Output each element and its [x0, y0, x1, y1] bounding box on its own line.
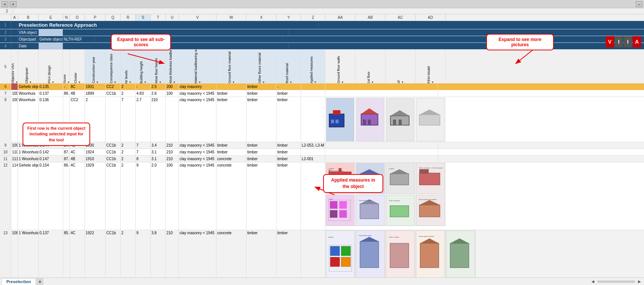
col-header-a[interactable]: A: [11, 14, 18, 21]
col-y-header: Roof material: [285, 62, 289, 83]
svg-text:Timber flat floor plans: Timber flat floor plans: [359, 200, 372, 202]
col-aa-header: Ground floor walls: [337, 55, 340, 83]
col-header-x[interactable]: X: [246, 14, 277, 21]
svg-text:Timber roof system t = 35.0 mm: Timber roof system t = 35.0 mm (equivale…: [419, 167, 443, 169]
svg-rect-35: [339, 210, 347, 218]
svg-rect-6: [363, 120, 366, 125]
svg-marker-22: [360, 169, 379, 174]
viia-object-row: 2 VIIA object: [0, 29, 644, 36]
col-header-q[interactable]: Q: [106, 14, 121, 21]
svg-text:Legend:: Legend:: [389, 168, 394, 170]
add-col-right-button[interactable]: +: [10, 1, 17, 7]
svg-rect-19: [329, 170, 330, 171]
col-header-p[interactable]: P: [85, 14, 106, 21]
row13-img2: Timber flat floor plans: [355, 230, 385, 277]
col-header-b[interactable]: B: [18, 14, 39, 21]
data-row-7: 7 1004A Woonhuis 0.137 88.1% 4B 1899 CC1…: [0, 90, 644, 97]
col-b-header: Objectpart: [25, 67, 29, 83]
row8-img3: [385, 97, 416, 142]
col-header-o[interactable]: O: [70, 14, 85, 21]
svg-rect-2: [331, 120, 334, 123]
svg-marker-52: [360, 237, 379, 241]
add-col-left-button[interactable]: +: [2, 1, 8, 7]
col-ac-header: of: [397, 80, 401, 83]
svg-text:Legend:: Legend:: [328, 236, 333, 238]
col-r-header: Nr levels: [124, 70, 128, 83]
svg-text:Legend:: Legend:: [329, 168, 334, 170]
col-header-ab[interactable]: AB: [355, 14, 385, 21]
row12-img1: Legend: Masonry (24x) < 200 mm: [325, 162, 355, 194]
svg-rect-7: [368, 120, 371, 125]
col-t-header: Most floor height: [154, 58, 158, 83]
add-sheet-button[interactable]: +: [36, 278, 43, 285]
col-header-ad[interactable]: AD: [416, 14, 446, 21]
row13-img5: [446, 230, 476, 277]
col-ab-header: 1st floor: [367, 71, 370, 83]
col-x-header: Other floors material: [258, 52, 262, 83]
col-z-header: Applied measures: [310, 56, 313, 83]
svg-rect-48: [330, 257, 340, 267]
svg-rect-49: [341, 257, 351, 267]
col-header-t[interactable]: T: [151, 14, 166, 21]
col-header-u[interactable]: U: [166, 14, 179, 21]
svg-marker-26: [390, 169, 409, 174]
data-row-12: 12 1142A Gehele object 0.154 86.4% 4C 19…: [0, 162, 644, 230]
svg-marker-43: [419, 200, 440, 205]
row12-img2: [355, 162, 385, 194]
sheet-tab[interactable]: Preselection: [2, 278, 36, 285]
col-header-n[interactable]: N: [63, 14, 70, 21]
col-header-s[interactable]: S: [136, 14, 151, 21]
row8-img1: [325, 97, 355, 142]
svg-marker-60: [450, 238, 469, 243]
svg-marker-57: [420, 238, 439, 243]
col-ad-header: FEM Model: [427, 65, 431, 83]
svg-rect-15: [332, 176, 336, 182]
col-header-z[interactable]: Z: [301, 14, 325, 21]
col-header-w[interactable]: W: [216, 14, 246, 21]
viia-value[interactable]: [39, 29, 63, 36]
svg-rect-42: [419, 205, 440, 217]
row8-img4: [416, 97, 446, 142]
date-value[interactable]: [39, 43, 63, 49]
col-header-ac[interactable]: AC: [385, 14, 416, 21]
svg-marker-13: [419, 109, 440, 115]
excel-application: + + – 2 A B E N O P Q R S T U V W X Y Z …: [0, 0, 644, 285]
data-row-8: 8 1005M Woonhuis 0.136 CC2 2 7 2.7 210 c…: [0, 97, 644, 142]
col-header-e[interactable]: E: [39, 14, 63, 21]
svg-rect-1: [333, 110, 340, 115]
minimize-button[interactable]: –: [636, 1, 642, 7]
row8-img2: [355, 97, 385, 142]
svg-rect-37: [360, 204, 379, 219]
row12-img6: Timber flat floor plans: [355, 194, 385, 226]
data-row-9: 9 1091A 1 Woonhuis 0.144 87.2% 4B 1930 C…: [0, 142, 644, 149]
spreadsheet-title: Preselection Reference Approach: [18, 21, 319, 29]
date-row: 4 Date: [0, 43, 644, 50]
svg-text:Timber roof plans: Timber roof plans: [389, 236, 399, 238]
svg-rect-32: [330, 201, 337, 209]
col-header-v[interactable]: V: [179, 14, 216, 21]
row12-img5: Legend:: [325, 194, 355, 226]
row-indicator: 2: [2, 9, 13, 13]
svg-rect-23: [363, 177, 366, 185]
row12-img8: Because applies the standard...: [416, 194, 446, 226]
svg-rect-47: [341, 246, 351, 256]
objectpart-row: 3 Objectpart Gehele object NLTH-REF: [0, 36, 644, 43]
col-p-header: Construction year: [92, 56, 95, 83]
row12-img4: Timber roof system t = 35.0 mm (equivale…: [416, 162, 446, 194]
objectpart-value: Gehele object NLTH-REF: [39, 36, 95, 42]
col-header-y[interactable]: Y: [277, 14, 301, 21]
svg-rect-17: [343, 176, 348, 182]
svg-rect-54: [390, 243, 409, 268]
svg-marker-5: [361, 108, 378, 114]
col-header-aa[interactable]: AA: [325, 14, 355, 21]
col-header-r[interactable]: R: [121, 14, 136, 21]
svg-text:Masonry (24x) < 200 mm: Masonry (24x) < 200 mm: [331, 170, 344, 172]
column-headers-row: 5 Objectnr VIIA ▼ Objectpart ▼ PGA desig…: [0, 50, 644, 83]
bottom-bar: Preselection + ◀ ▶: [0, 277, 644, 285]
svg-rect-11: [399, 120, 402, 125]
col-e-header: PGA design: [47, 65, 51, 83]
viia-label: VIIA object: [18, 29, 39, 36]
data-row-6: 6 Gehele object 0.135 - 8C 1931 CC2 2 - …: [0, 83, 644, 90]
col-q-header: Consequence class: [109, 53, 113, 83]
svg-rect-28: [419, 173, 440, 185]
